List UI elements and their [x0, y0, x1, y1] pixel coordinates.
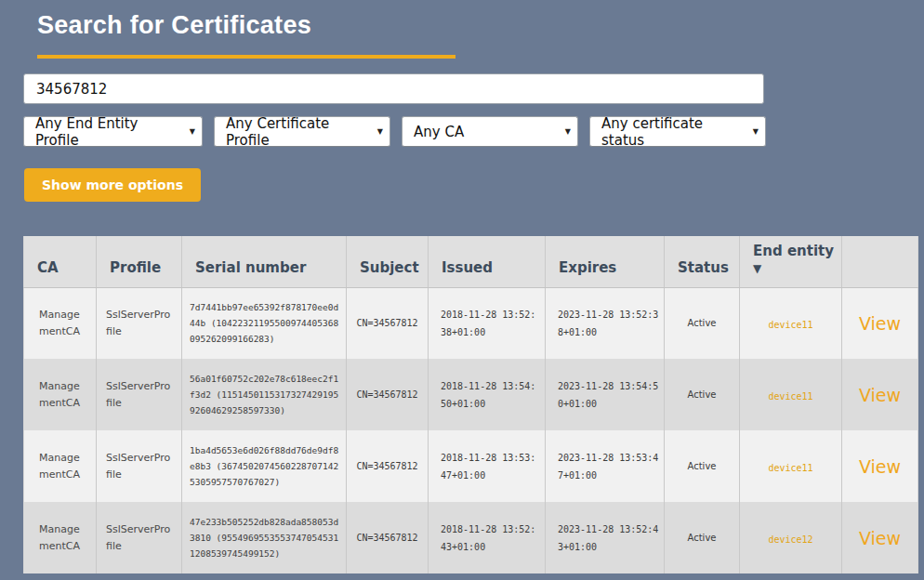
issued-cell: 2018-11-28 13:53:47+01:00	[429, 430, 546, 502]
ca-cell: ManagementCA	[24, 430, 97, 502]
table-row: ManagementCA SslServerProfile 47e233b505…	[24, 502, 918, 573]
status-cell: Active	[665, 359, 740, 430]
end-entity-link[interactable]: device11	[768, 391, 812, 402]
view-cell: View	[842, 502, 918, 573]
view-cell: View	[842, 359, 918, 430]
issued-cell: 2018-11-28 13:52:38+01:00	[429, 287, 546, 359]
column-header-actions	[842, 236, 918, 287]
search-input[interactable]	[23, 73, 764, 104]
filter-bar: Any End Entity Profile ▼ Any Certificate…	[23, 116, 924, 147]
view-link[interactable]: View	[859, 385, 901, 405]
expires-cell: 2023-11-28 13:54:50+01:00	[546, 359, 665, 430]
chevron-down-icon: ▼	[190, 127, 195, 136]
end-entity-cell: device11	[740, 287, 842, 359]
profile-cell: SslServerProfile	[97, 430, 182, 502]
ca-selected-value: Any CA	[414, 124, 464, 140]
table-header-row: CA Profile Serial number Subject Issued …	[24, 236, 918, 287]
end-entity-link[interactable]: device11	[768, 463, 812, 473]
view-link[interactable]: View	[859, 456, 901, 477]
expires-cell: 2023-11-28 13:52:43+01:00	[546, 502, 665, 573]
column-header-expires[interactable]: Expires	[546, 236, 665, 287]
issued-cell: 2018-11-28 13:52:43+01:00	[429, 502, 546, 573]
profile-cell: SslServerProfile	[97, 502, 182, 573]
expires-cell: 2023-11-28 13:52:38+01:00	[546, 287, 665, 359]
end-entity-cell: device11	[740, 359, 842, 430]
column-header-subject[interactable]: Subject	[347, 236, 429, 287]
status-cell: Active	[665, 502, 740, 573]
ca-cell: ManagementCA	[24, 502, 97, 573]
certificate-status-selected-value: Any certificate status	[601, 115, 747, 149]
column-header-end-entity[interactable]: End entity ▼	[740, 236, 842, 287]
profile-cell: SslServerProfile	[97, 359, 182, 430]
serial-number-cell: 56a01f60752c202e78c618eec2f1f3d2 (115145…	[182, 359, 347, 430]
subject-cell: CN=34567812	[347, 287, 429, 359]
end-entity-profile-selected-value: Any End Entity Profile	[35, 115, 184, 149]
expires-cell: 2023-11-28 13:53:47+01:00	[546, 430, 665, 502]
serial-number-cell: 47e233b505252db828ada858053d3810 (955496…	[182, 502, 347, 573]
subject-cell: CN=34567812	[347, 359, 429, 430]
end-entity-profile-select[interactable]: Any End Entity Profile ▼	[23, 116, 203, 147]
profile-cell: SslServerProfile	[97, 287, 182, 359]
subject-cell: CN=34567812	[347, 430, 429, 502]
end-entity-cell: device12	[740, 502, 842, 573]
view-cell: View	[842, 287, 918, 359]
certificates-table: CA Profile Serial number Subject Issued …	[23, 236, 918, 573]
column-header-status[interactable]: Status	[665, 236, 740, 287]
column-header-ca[interactable]: CA	[24, 236, 97, 287]
column-header-serial-number[interactable]: Serial number	[182, 236, 347, 287]
view-link[interactable]: View	[859, 313, 901, 334]
subject-cell: CN=34567812	[347, 502, 429, 573]
search-certificates-page: Search for Certificates Any End Entity P…	[0, 0, 924, 573]
view-cell: View	[842, 430, 918, 502]
ca-cell: ManagementCA	[24, 287, 97, 359]
chevron-down-icon: ▼	[753, 127, 759, 136]
serial-number-cell: 1ba4d5653e6d026f88dd76de9df8e8b3 (367450…	[182, 430, 347, 502]
title-underline	[37, 55, 455, 59]
table-row: ManagementCA SslServerProfile 7d7441bb97…	[24, 287, 918, 359]
table-row: ManagementCA SslServerProfile 1ba4d5653e…	[24, 430, 918, 502]
serial-number-cell: 7d7441bb97ee65392f878170ee0d44b (1042232…	[182, 287, 347, 359]
certificate-status-select[interactable]: Any certificate status ▼	[589, 116, 766, 147]
page-title: Search for Certificates	[37, 11, 924, 40]
table-row: ManagementCA SslServerProfile 56a01f6075…	[24, 359, 918, 430]
certificate-profile-selected-value: Any Certificate Profile	[226, 115, 372, 149]
end-entity-link[interactable]: device11	[768, 320, 812, 330]
status-cell: Active	[665, 287, 740, 359]
view-link[interactable]: View	[859, 528, 901, 548]
end-entity-link[interactable]: device12	[768, 534, 812, 545]
chevron-down-icon: ▼	[565, 127, 571, 136]
status-cell: Active	[665, 430, 740, 502]
column-header-issued[interactable]: Issued	[429, 236, 546, 287]
column-header-profile[interactable]: Profile	[97, 236, 182, 287]
certificate-profile-select[interactable]: Any Certificate Profile ▼	[214, 116, 390, 147]
end-entity-cell: device11	[740, 430, 842, 502]
ca-select[interactable]: Any CA ▼	[402, 116, 578, 147]
show-more-options-button[interactable]: Show more options	[24, 168, 201, 202]
chevron-down-icon: ▼	[377, 127, 383, 136]
sort-descending-icon: ▼	[753, 262, 761, 275]
end-entity-header-label: End entity	[753, 243, 834, 259]
ca-cell: ManagementCA	[24, 359, 97, 430]
issued-cell: 2018-11-28 13:54:50+01:00	[429, 359, 546, 430]
